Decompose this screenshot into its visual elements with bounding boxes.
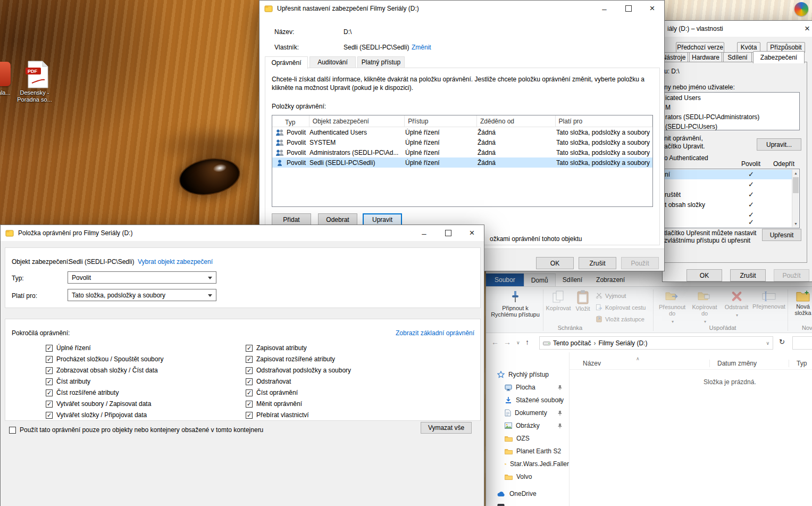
advanced-button[interactable]: Upřesnit (762, 229, 801, 241)
copy-button[interactable]: Kopírovat (546, 290, 571, 311)
perm-checkbox-read-permissions[interactable]: Číst oprávnění (246, 389, 298, 396)
copy-to-button[interactable]: Kopírovat do (689, 290, 720, 325)
paste-shortcut-button[interactable]: Vložit zástupce (596, 316, 644, 322)
cancel-button[interactable]: Zrušit (730, 269, 766, 281)
change-owner-link[interactable]: Změnit (412, 44, 431, 51)
delete-button[interactable]: Odstranit (722, 290, 751, 319)
column-header-typ[interactable]: Typ (797, 360, 807, 367)
table-row-selected[interactable]: Povolit Sedli (SEDLI-PC\Sedli) Úplné říz… (272, 157, 652, 168)
pin-to-quick-access-button[interactable]: Připnout k Rychlému přístupu (489, 290, 541, 318)
scrollbar[interactable] (792, 170, 799, 227)
refresh-button[interactable]: ↻ (779, 338, 785, 346)
sidebar-item-volvo[interactable]: Volvo (486, 470, 569, 483)
perm-checkbox-full-control[interactable]: Úplné řízení (46, 344, 91, 352)
up-button[interactable]: ↑ (525, 338, 529, 346)
scroll-thumb[interactable] (793, 177, 799, 193)
show-basic-permissions-link[interactable]: Zobrazit základní oprávnění (396, 329, 474, 337)
list-item[interactable]: M (665, 104, 671, 111)
perm-checkbox-change-permissions[interactable]: Měnit oprávnění (246, 400, 302, 408)
apply-only-in-container-checkbox[interactable]: Použít tato oprávnění pouze pro objekty … (9, 426, 263, 434)
ok-button[interactable]: OK (536, 257, 574, 269)
add-button[interactable]: Přidat (272, 213, 311, 226)
list-item[interactable]: icated Users (665, 94, 701, 102)
column-separator[interactable] (789, 360, 789, 367)
back-button[interactable]: ← (491, 338, 499, 346)
sidebar-item-dokumenty[interactable]: Dokumenty (486, 407, 569, 419)
tab-sdileni[interactable]: Sdílení (723, 52, 752, 63)
tab-soubor[interactable]: Soubor (486, 273, 524, 286)
close-button[interactable] (460, 225, 484, 241)
rename-button[interactable]: Přejmenovat (752, 290, 786, 310)
address-dropdown-chevron[interactable]: ∨ (766, 341, 769, 346)
recent-locations-chevron[interactable]: ∨ (516, 340, 520, 345)
column-separator[interactable] (709, 360, 710, 367)
tab-hardware[interactable]: Hardware (689, 52, 722, 63)
tab-auditovani[interactable]: Auditování (309, 56, 356, 68)
close-button[interactable] (797, 21, 812, 37)
table-row[interactable]: Povolit SYSTEM Úplné řízení Žádná Tato s… (272, 137, 652, 147)
group-user-list[interactable]: icated Users M rators (SEDLI-PC\Administ… (662, 92, 800, 130)
list-item[interactable]: (SEDLI-PC\Users) (665, 123, 717, 130)
perm-checkbox-read-attributes[interactable]: Číst atributy (46, 378, 90, 385)
properties-titlebar[interactable]: iály (D:) – vlastnosti (663, 21, 812, 37)
breadcrumb-root[interactable]: Tento počítač (553, 339, 591, 347)
scroll-up-icon[interactable] (792, 170, 799, 177)
sidebar-item-plocha[interactable]: Plocha (486, 381, 569, 394)
tab-predchozi-verze[interactable]: Předchozí verze (676, 42, 724, 53)
sidebar-item-quick-access[interactable]: Rychlý přístup (486, 368, 569, 381)
address-bar[interactable]: Tento počítač Filmy Seriály (D:) ∨ (539, 336, 773, 350)
header-objekt[interactable]: Objekt zabezpečení (309, 115, 405, 127)
desktop-icon-app[interactable] (794, 2, 808, 16)
minimize-button[interactable] (592, 1, 616, 16)
tab-domu[interactable]: Domů (524, 273, 556, 286)
breadcrumb-current[interactable]: Filmy Seriály (D:) (598, 339, 647, 347)
edit-permissions-button[interactable]: Upravit... (757, 138, 801, 151)
applies-to-dropdown[interactable]: Tato složka, podsložky a soubory (68, 289, 216, 301)
column-header-nazev[interactable]: Název (583, 360, 601, 367)
permissions-list[interactable]: ní ruštět t obsah složky (662, 169, 800, 228)
perm-checkbox-create-files[interactable]: Vytvářet soubory / Zapisovat data (46, 400, 151, 408)
forward-button[interactable]: → (504, 338, 511, 346)
cancel-button[interactable]: Zrušit (579, 257, 616, 269)
apply-button[interactable]: Použít (774, 269, 809, 281)
perm-checkbox-read-extended[interactable]: Číst rozšířené atributy (46, 389, 119, 396)
close-button[interactable] (640, 1, 664, 16)
minimize-button[interactable] (412, 225, 436, 241)
select-principal-link[interactable]: Vybrat objekt zabezpečení (138, 258, 213, 266)
type-dropdown[interactable]: Povolit (68, 271, 216, 284)
column-header-datum[interactable]: Datum změny (717, 360, 757, 367)
perm-checkbox-traverse[interactable]: Procházet složkou / Spouštět soubory (46, 355, 163, 363)
clear-all-button[interactable]: Vymazat vše (421, 422, 472, 434)
perm-checkbox-take-ownership[interactable]: Přebírat vlastnictví (246, 411, 309, 419)
cut-button[interactable]: Vyjmout (596, 292, 626, 299)
desktop-icon-pdf[interactable]: PDF (26, 61, 49, 90)
header-typ[interactable]: Typ (272, 115, 309, 127)
permission-titlebar[interactable]: Položka oprávnění pro Filmy Seriály (D:) (1, 225, 484, 241)
sidebar-item-planet-earth[interactable]: Planet Earth S2 (486, 445, 569, 458)
permission-entries-table[interactable]: Typ Objekt zabezpečení Přístup Zděděno o… (272, 115, 653, 207)
list-item[interactable]: rators (SEDLI-PC\Administrators) (665, 113, 759, 121)
header-plati[interactable]: Platí pro (556, 115, 652, 127)
remove-button[interactable]: Odebrat (318, 213, 357, 226)
search-box[interactable] (792, 336, 812, 350)
tab-platny-pristup[interactable]: Platný přístup (357, 56, 405, 68)
copy-path-button[interactable]: Kopírovat cestu (596, 304, 646, 311)
tab-zobrazeni[interactable]: Zobrazení (589, 273, 632, 286)
perm-checkbox-write-extended[interactable]: Zapisovat rozšířené atributy (246, 355, 335, 363)
desktop-icon-partial[interactable] (0, 62, 11, 86)
perm-checkbox-delete[interactable]: Odstraňovat (246, 378, 291, 385)
sidebar-item-ozs[interactable]: OZS (486, 432, 569, 445)
scroll-down-icon[interactable] (792, 220, 799, 227)
sidebar-item-stazene-soubory[interactable]: Stažené soubory (486, 394, 569, 407)
sidebar-item-tento-pocitac-cut[interactable] (486, 500, 569, 506)
selected-permission-row[interactable] (663, 170, 792, 179)
sidebar-item-obrazky[interactable]: Obrázky (486, 419, 569, 432)
maximize-button[interactable] (436, 225, 460, 241)
apply-button[interactable]: Použít (621, 257, 659, 269)
sidebar-item-onedrive[interactable]: OneDrive (486, 487, 569, 500)
tab-sdileni[interactable]: Sdílení (556, 273, 589, 286)
sidebar-item-star-wars[interactable]: Star.Wars.Jedi.Faller (486, 458, 569, 470)
ok-button[interactable]: OK (687, 269, 722, 281)
paste-button[interactable]: Vložit (572, 290, 593, 312)
perm-checkbox-list-folder[interactable]: Zobrazovat obsah složky / Číst data (46, 367, 158, 374)
